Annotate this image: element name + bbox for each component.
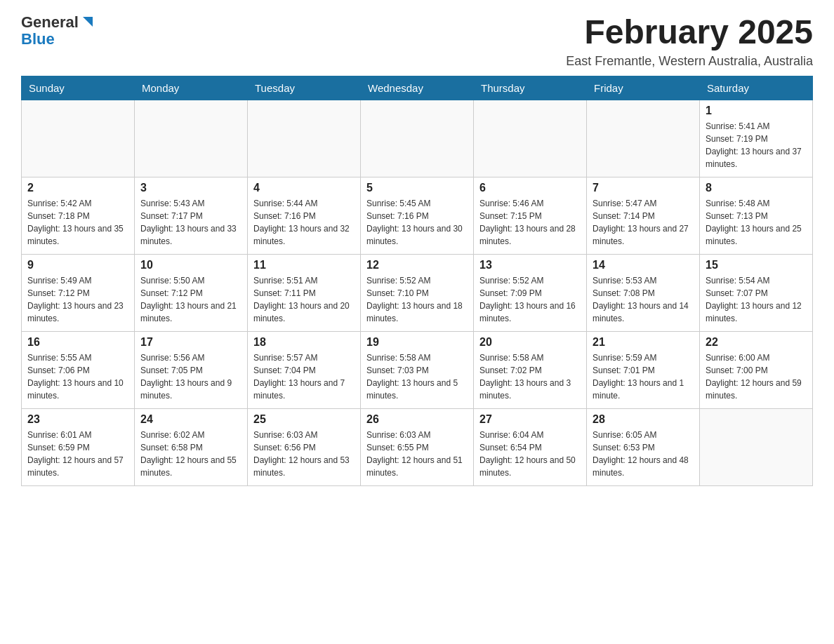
calendar-cell: 14Sunrise: 5:53 AMSunset: 7:08 PMDayligh… bbox=[587, 254, 700, 331]
calendar-cell: 12Sunrise: 5:52 AMSunset: 7:10 PMDayligh… bbox=[361, 254, 474, 331]
calendar-cell: 13Sunrise: 5:52 AMSunset: 7:09 PMDayligh… bbox=[474, 254, 587, 331]
calendar-week-row: 23Sunrise: 6:01 AMSunset: 6:59 PMDayligh… bbox=[22, 408, 813, 485]
day-info: Sunrise: 6:00 AMSunset: 7:00 PMDaylight:… bbox=[706, 351, 807, 402]
day-number: 9 bbox=[27, 259, 128, 271]
day-number: 20 bbox=[479, 336, 581, 349]
calendar-week-row: 16Sunrise: 5:55 AMSunset: 7:06 PMDayligh… bbox=[22, 331, 813, 408]
day-info: Sunrise: 5:53 AMSunset: 7:08 PMDaylight:… bbox=[593, 274, 694, 325]
day-info: Sunrise: 5:58 AMSunset: 7:03 PMDaylight:… bbox=[366, 351, 468, 402]
col-wednesday: Wednesday bbox=[361, 76, 474, 100]
calendar-cell: 10Sunrise: 5:50 AMSunset: 7:12 PMDayligh… bbox=[135, 254, 248, 331]
day-info: Sunrise: 5:52 AMSunset: 7:09 PMDaylight:… bbox=[479, 274, 581, 325]
calendar-week-row: 2Sunrise: 5:42 AMSunset: 7:18 PMDaylight… bbox=[22, 177, 813, 254]
calendar-cell: 3Sunrise: 5:43 AMSunset: 7:17 PMDaylight… bbox=[135, 177, 248, 254]
col-saturday: Saturday bbox=[700, 76, 813, 100]
svg-marker-0 bbox=[83, 17, 93, 27]
day-number: 21 bbox=[593, 336, 694, 349]
day-info: Sunrise: 5:46 AMSunset: 7:15 PMDaylight:… bbox=[479, 197, 581, 248]
calendar-cell: 4Sunrise: 5:44 AMSunset: 7:16 PMDaylight… bbox=[248, 177, 361, 254]
day-number: 3 bbox=[140, 182, 241, 194]
day-number: 24 bbox=[140, 413, 241, 426]
day-info: Sunrise: 5:47 AMSunset: 7:14 PMDaylight:… bbox=[593, 197, 694, 248]
day-info: Sunrise: 5:58 AMSunset: 7:02 PMDaylight:… bbox=[479, 351, 581, 402]
day-number: 7 bbox=[593, 182, 694, 194]
calendar-cell: 8Sunrise: 5:48 AMSunset: 7:13 PMDaylight… bbox=[700, 177, 813, 254]
day-number: 10 bbox=[140, 259, 241, 271]
calendar-week-row: 9Sunrise: 5:49 AMSunset: 7:12 PMDaylight… bbox=[22, 254, 813, 331]
day-number: 1 bbox=[706, 105, 807, 117]
day-info: Sunrise: 6:01 AMSunset: 6:59 PMDaylight:… bbox=[27, 429, 128, 479]
calendar-cell: 5Sunrise: 5:45 AMSunset: 7:16 PMDaylight… bbox=[361, 177, 474, 254]
day-number: 23 bbox=[27, 413, 128, 426]
day-info: Sunrise: 6:05 AMSunset: 6:53 PMDaylight:… bbox=[593, 429, 694, 479]
day-info: Sunrise: 5:51 AMSunset: 7:11 PMDaylight:… bbox=[253, 274, 355, 325]
day-info: Sunrise: 5:56 AMSunset: 7:05 PMDaylight:… bbox=[140, 351, 241, 402]
col-tuesday: Tuesday bbox=[248, 76, 361, 100]
calendar-cell: 26Sunrise: 6:03 AMSunset: 6:55 PMDayligh… bbox=[361, 408, 474, 485]
month-title: February 2025 bbox=[566, 14, 813, 51]
calendar-table: Sunday Monday Tuesday Wednesday Thursday… bbox=[21, 76, 813, 486]
calendar-cell: 1Sunrise: 5:41 AMSunset: 7:19 PMDaylight… bbox=[700, 100, 813, 177]
calendar-cell bbox=[248, 100, 361, 177]
day-info: Sunrise: 5:49 AMSunset: 7:12 PMDaylight:… bbox=[27, 274, 128, 325]
calendar-week-row: 1Sunrise: 5:41 AMSunset: 7:19 PMDaylight… bbox=[22, 100, 813, 177]
calendar-cell: 9Sunrise: 5:49 AMSunset: 7:12 PMDaylight… bbox=[22, 254, 135, 331]
day-info: Sunrise: 5:52 AMSunset: 7:10 PMDaylight:… bbox=[366, 274, 468, 325]
calendar-cell bbox=[135, 100, 248, 177]
col-monday: Monday bbox=[135, 76, 248, 100]
day-number: 12 bbox=[366, 259, 468, 271]
day-number: 13 bbox=[479, 259, 581, 271]
day-info: Sunrise: 5:45 AMSunset: 7:16 PMDaylight:… bbox=[366, 197, 468, 248]
calendar-cell: 22Sunrise: 6:00 AMSunset: 7:00 PMDayligh… bbox=[700, 331, 813, 408]
calendar-cell: 19Sunrise: 5:58 AMSunset: 7:03 PMDayligh… bbox=[361, 331, 474, 408]
day-number: 16 bbox=[27, 336, 128, 349]
day-info: Sunrise: 5:59 AMSunset: 7:01 PMDaylight:… bbox=[593, 351, 694, 402]
calendar-cell: 24Sunrise: 6:02 AMSunset: 6:58 PMDayligh… bbox=[135, 408, 248, 485]
calendar-cell: 23Sunrise: 6:01 AMSunset: 6:59 PMDayligh… bbox=[22, 408, 135, 485]
title-block: February 2025 East Fremantle, Western Au… bbox=[566, 14, 813, 69]
day-number: 26 bbox=[366, 413, 468, 426]
day-number: 17 bbox=[140, 336, 241, 349]
calendar-cell bbox=[587, 100, 700, 177]
day-info: Sunrise: 6:04 AMSunset: 6:54 PMDaylight:… bbox=[479, 429, 581, 479]
day-number: 28 bbox=[593, 413, 694, 426]
day-info: Sunrise: 5:42 AMSunset: 7:18 PMDaylight:… bbox=[27, 197, 128, 248]
day-number: 5 bbox=[366, 182, 468, 194]
calendar-cell: 18Sunrise: 5:57 AMSunset: 7:04 PMDayligh… bbox=[248, 331, 361, 408]
day-info: Sunrise: 5:44 AMSunset: 7:16 PMDaylight:… bbox=[253, 197, 355, 248]
day-info: Sunrise: 6:03 AMSunset: 6:55 PMDaylight:… bbox=[366, 429, 468, 479]
col-friday: Friday bbox=[587, 76, 700, 100]
day-info: Sunrise: 6:02 AMSunset: 6:58 PMDaylight:… bbox=[140, 429, 241, 479]
day-number: 2 bbox=[27, 182, 128, 194]
day-number: 15 bbox=[706, 259, 807, 271]
logo-triangle-icon bbox=[80, 14, 95, 29]
calendar-cell: 15Sunrise: 5:54 AMSunset: 7:07 PMDayligh… bbox=[700, 254, 813, 331]
day-number: 27 bbox=[479, 413, 581, 426]
calendar-cell bbox=[474, 100, 587, 177]
calendar-cell: 20Sunrise: 5:58 AMSunset: 7:02 PMDayligh… bbox=[474, 331, 587, 408]
day-info: Sunrise: 5:54 AMSunset: 7:07 PMDaylight:… bbox=[706, 274, 807, 325]
logo-text-general: General bbox=[21, 14, 79, 31]
location-subtitle: East Fremantle, Western Australia, Austr… bbox=[566, 54, 813, 69]
day-number: 22 bbox=[706, 336, 807, 349]
calendar-cell: 7Sunrise: 5:47 AMSunset: 7:14 PMDaylight… bbox=[587, 177, 700, 254]
calendar-cell: 25Sunrise: 6:03 AMSunset: 6:56 PMDayligh… bbox=[248, 408, 361, 485]
logo-text-blue: Blue bbox=[21, 30, 55, 48]
calendar-cell: 27Sunrise: 6:04 AMSunset: 6:54 PMDayligh… bbox=[474, 408, 587, 485]
calendar-cell bbox=[22, 100, 135, 177]
day-number: 14 bbox=[593, 259, 694, 271]
calendar-cell: 6Sunrise: 5:46 AMSunset: 7:15 PMDaylight… bbox=[474, 177, 587, 254]
day-number: 18 bbox=[253, 336, 355, 349]
calendar-cell bbox=[700, 408, 813, 485]
day-number: 8 bbox=[706, 182, 807, 194]
day-info: Sunrise: 5:48 AMSunset: 7:13 PMDaylight:… bbox=[706, 197, 807, 248]
day-info: Sunrise: 6:03 AMSunset: 6:56 PMDaylight:… bbox=[253, 429, 355, 479]
day-number: 11 bbox=[253, 259, 355, 271]
day-info: Sunrise: 5:57 AMSunset: 7:04 PMDaylight:… bbox=[253, 351, 355, 402]
calendar-cell: 21Sunrise: 5:59 AMSunset: 7:01 PMDayligh… bbox=[587, 331, 700, 408]
day-number: 4 bbox=[253, 182, 355, 194]
calendar-cell: 17Sunrise: 5:56 AMSunset: 7:05 PMDayligh… bbox=[135, 331, 248, 408]
day-info: Sunrise: 5:41 AMSunset: 7:19 PMDaylight:… bbox=[706, 120, 807, 170]
calendar-cell: 16Sunrise: 5:55 AMSunset: 7:06 PMDayligh… bbox=[22, 331, 135, 408]
day-info: Sunrise: 5:50 AMSunset: 7:12 PMDaylight:… bbox=[140, 274, 241, 325]
